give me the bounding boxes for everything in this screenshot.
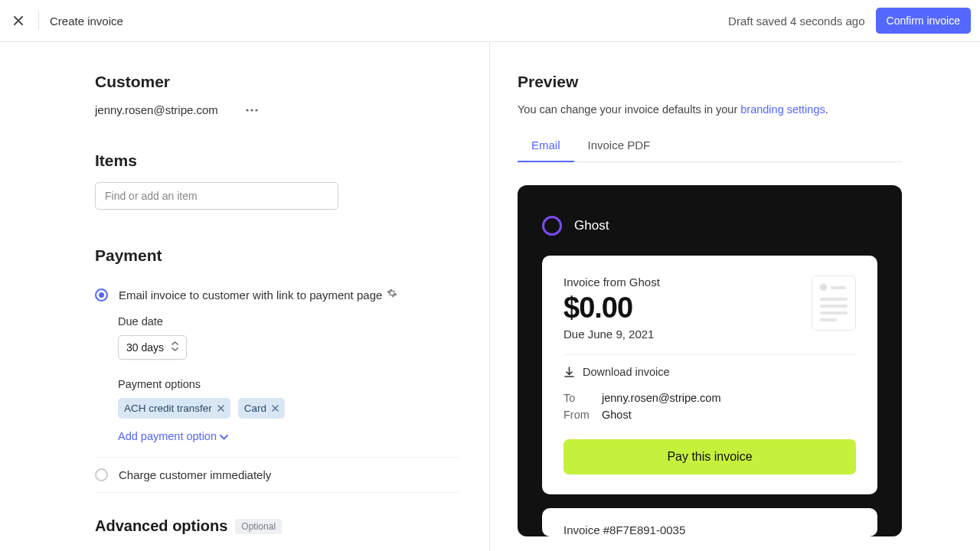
radio-icon [95,289,108,302]
from-label: From [564,409,602,421]
payment-chip-ach: ACH credit transfer [118,398,230,419]
invoice-from-line: Invoice from Ghost [564,276,660,289]
item-search-input[interactable] [95,182,338,210]
tab-email[interactable]: Email [518,129,574,162]
brand-name: Ghost [574,218,609,233]
pay-invoice-button[interactable]: Pay this invoice [564,439,856,474]
form-panel: Customer jenny.rosen@stripe.com Items Pa… [0,42,490,551]
more-horizontal-icon [246,109,258,112]
payment-option-charge-label: Charge customer immediately [119,468,271,481]
draft-status: Draft saved 4 seconds ago [728,15,864,28]
preview-tabs: Email Invoice PDF [518,129,902,162]
items-heading: Items [95,152,459,170]
preview-panel: Preview You can change your invoice defa… [490,42,980,551]
payment-option-email[interactable]: Email invoice to customer with link to p… [95,277,459,312]
branding-settings-link[interactable]: branding settings [740,103,825,116]
divider [38,11,39,30]
customer-email: jenny.rosen@stripe.com [95,103,218,116]
sort-icon [172,341,178,354]
brand-logo-icon [542,216,562,236]
invoice-summary-card: Invoice from Ghost $0.00 Due June 9, 202… [542,256,877,494]
payment-option-email-label: Email invoice to customer with link to p… [119,289,382,302]
due-date-value: 30 days [126,341,164,354]
chip-remove-button[interactable] [272,403,279,414]
to-label: To [564,392,602,404]
download-icon [564,367,575,378]
optional-badge: Optional [235,519,282,534]
email-preview-card: Ghost Invoice from Ghost $0.00 Due June … [518,185,902,536]
customer-more-button[interactable] [246,109,258,112]
close-icon [12,15,24,27]
chevron-down-icon [220,430,228,442]
svg-point-0 [246,109,248,111]
from-value: Ghost [602,409,632,421]
chip-label: Card [244,403,266,414]
payment-chip-card: Card [238,398,285,419]
invoice-amount: $0.00 [564,292,660,324]
close-button[interactable] [9,11,28,30]
page-title: Create invoice [50,15,123,28]
add-payment-option-link[interactable]: Add payment option [118,430,228,442]
invoice-number: Invoice #8F7E891-0035 [564,523,856,536]
chip-remove-button[interactable] [217,403,224,414]
tab-invoice-pdf[interactable]: Invoice PDF [574,129,665,161]
download-invoice-link[interactable]: Download invoice [564,366,856,378]
due-date-select[interactable]: 30 days [118,335,187,360]
payment-heading: Payment [95,246,459,265]
close-icon [217,405,224,412]
close-icon [272,405,279,412]
preview-description: You can change your invoice defaults in … [518,103,980,116]
chip-label: ACH credit transfer [124,403,212,414]
customer-heading: Customer [95,73,459,91]
confirm-invoice-button[interactable]: Confirm invoice [876,8,971,34]
top-bar: Create invoice Draft saved 4 seconds ago… [0,0,980,42]
invoice-due-date: Due June 9, 2021 [564,328,660,341]
svg-point-1 [250,109,253,111]
preview-heading: Preview [518,73,980,91]
due-date-label: Due date [118,315,459,328]
radio-icon [95,468,108,481]
advanced-heading: Advanced options [95,517,227,535]
gear-icon[interactable] [387,288,397,302]
advanced-options-row[interactable]: Advanced options Optional [95,517,459,535]
to-value: jenny.rosen@stripe.com [602,392,721,404]
invoice-details-card: Invoice #8F7E891-0035 [542,508,877,536]
svg-point-2 [255,109,257,111]
document-icon [812,276,856,331]
payment-option-charge[interactable]: Charge customer immediately [95,458,459,493]
payment-options-label: Payment options [118,378,459,390]
